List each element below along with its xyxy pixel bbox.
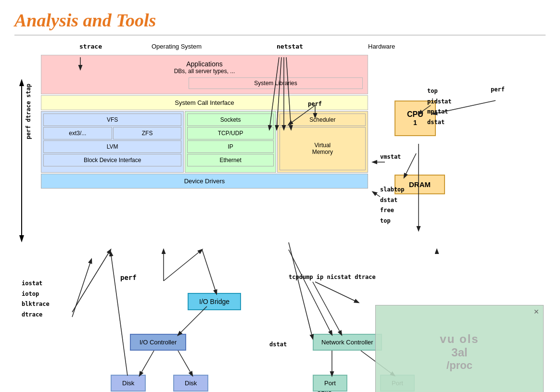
tool-dstat-mid: dstat: [380, 195, 405, 206]
zfs-cell: ZFS: [113, 127, 182, 139]
svg-line-20: [202, 250, 216, 294]
svg-line-30: [313, 282, 342, 335]
blocked-line3: /proc: [446, 359, 472, 372]
perf-bottom-label: perf: [120, 274, 137, 281]
page-container: Analysis and Tools strace Operating Syst…: [0, 0, 560, 392]
svg-line-19: [72, 259, 91, 317]
perf-top-label: perf: [308, 101, 322, 107]
net-controller-box: Network Controller: [313, 334, 382, 351]
svg-line-23: [178, 351, 192, 376]
svg-line-17: [164, 250, 202, 281]
syslib-label: System Libraries: [189, 77, 363, 89]
tool-dtrace-disk: dtrace: [22, 310, 50, 320]
svg-line-18: [72, 250, 111, 312]
page-title: Analysis and Tools: [14, 10, 546, 31]
ext3-cell: ext3/...: [43, 127, 112, 139]
svg-line-22: [140, 351, 154, 376]
label-netstat: netstat: [277, 43, 303, 50]
label-strace: strace: [79, 43, 102, 50]
hw-perf-label: perf: [491, 86, 505, 93]
ethernet-cell: Ethernet: [187, 154, 273, 166]
vmstat-label: vmstat: [380, 153, 401, 160]
tool-dstat-hw: dstat: [427, 117, 452, 128]
tool-slabtop: slabtop: [380, 185, 405, 195]
cpu-label: CPU: [407, 110, 423, 119]
scheduler-cell: Scheduler: [280, 114, 366, 126]
kernel-left: VFS ext3/... ZFS LVM Block Device Interf…: [41, 111, 184, 173]
svg-line-14: [373, 192, 380, 197]
tcpudp-cell: TCP/UDP: [187, 127, 273, 139]
app-layer: Applications DBs, all server types, ... …: [41, 55, 368, 94]
tool-free: free: [380, 205, 405, 216]
sockets-cell: Sockets: [187, 114, 273, 126]
left-label-stap: perf dtrace stap: [25, 84, 32, 139]
tool-mpstat: mpstat: [427, 107, 452, 117]
svg-line-21: [178, 306, 207, 335]
virtual-memory-cell: Virtual Memory: [280, 127, 366, 170]
os-diagram: Applications DBs, all server types, ... …: [41, 55, 368, 189]
close-overlay-button[interactable]: ✕: [534, 308, 539, 316]
svg-marker-1: [19, 79, 24, 86]
lvm-cell: LVM: [43, 140, 181, 153]
block-device-cell: Block Device Interface: [43, 154, 181, 166]
hw-tools-right: top pidstat mpstat dstat: [427, 86, 452, 127]
top-labels: strace Operating System netstat Hardware: [41, 43, 546, 55]
app-sublabel: DBs, all server types, ...: [46, 68, 363, 75]
disk2-box: Disk: [173, 375, 208, 392]
disk-tools: iostat iotop blktrace dtrace: [22, 278, 50, 320]
tool-top: top: [427, 86, 452, 97]
blocked-line2: 3al: [451, 346, 467, 359]
app-label: Applications: [46, 60, 363, 68]
blocked-overlay: vu ols 3al /proc ✕: [375, 305, 544, 392]
io-bridge-box: I/O Bridge: [188, 293, 241, 310]
svg-marker-2: [19, 235, 24, 242]
net-tools-label: tcpdump ip nicstat dtrace: [289, 274, 376, 280]
vfs-cell: VFS: [43, 114, 181, 126]
disk1-box: Disk: [111, 375, 146, 392]
svg-line-24: [111, 252, 127, 376]
device-drivers-layer: Device Drivers: [41, 174, 368, 189]
dstat-bottom-label: dstat: [269, 341, 287, 348]
svg-line-31: [315, 282, 358, 303]
cpu-number: 1: [407, 119, 423, 126]
kernel-right: Scheduler Virtual Memory: [277, 111, 368, 173]
title-divider: [14, 35, 546, 36]
mem-tools: slabtop dstat free top: [380, 185, 405, 226]
kernel-area: VFS ext3/... ZFS LVM Block Device Interf…: [41, 111, 368, 173]
blocked-line1: vu ols: [440, 332, 479, 346]
svg-line-28: [289, 242, 313, 339]
io-controller-box: I/O Controller: [130, 334, 186, 351]
kernel-middle: Sockets TCP/UDP IP Ethernet: [185, 111, 276, 173]
tool-top-mid: top: [380, 216, 405, 227]
label-hardware: Hardware: [368, 43, 395, 50]
svg-line-25: [289, 250, 332, 335]
tool-pidstat: pidstat: [427, 97, 452, 107]
tool-iostat: iostat: [22, 278, 50, 289]
left-labels-area: perf dtrace stap: [14, 69, 41, 252]
tool-blktrace: blktrace: [22, 299, 50, 310]
ip-cell: IP: [187, 140, 273, 153]
label-os: Operating System: [152, 43, 202, 50]
tool-iotop: iotop: [22, 289, 50, 300]
port1-box: Port: [313, 375, 347, 392]
